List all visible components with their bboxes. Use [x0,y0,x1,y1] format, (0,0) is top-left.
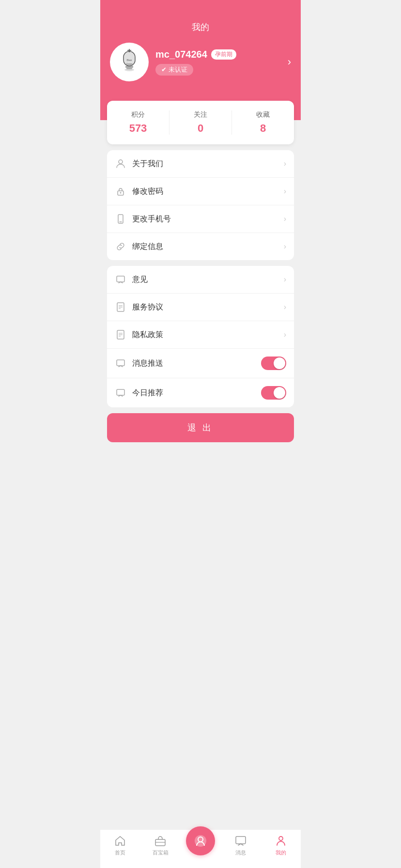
phone-label: 更改手机号 [132,214,284,224]
svg-text:Bee: Bee [127,58,132,62]
svg-point-9 [119,160,123,164]
menu-item-service[interactable]: 服务协议 › [107,294,294,321]
profile-info: mc_074264 孕前期 ✔ 未认证 [155,49,277,76]
stat-points[interactable]: 积分 573 [107,110,169,135]
page-title: 我的 [110,21,291,33]
phone-icon [115,213,126,225]
menu-section-2: 意见 › 服务协议 › 隐私政策 › [107,266,294,407]
feedback-label: 意见 [132,275,284,285]
stat-favorites-label: 收藏 [232,110,294,119]
notification-toggle-knob [274,357,285,369]
stat-following-value: 0 [170,122,231,135]
stat-points-label: 积分 [107,110,169,119]
svg-rect-14 [117,276,124,282]
menu-item-password[interactable]: 修改密码 › [107,178,294,205]
logout-button[interactable]: 退 出 [107,413,294,442]
password-label: 修改密码 [132,186,284,197]
recommend-label: 今日推荐 [132,388,261,398]
privacy-chevron-icon: › [284,330,286,339]
stat-points-value: 573 [107,122,169,135]
password-chevron-icon: › [284,187,286,196]
menu-section-1: 关于我们 › 修改密码 › 更改手机号 › 绑 [107,150,294,260]
privacy-doc-icon [115,329,126,341]
menu-item-about[interactable]: 关于我们 › [107,150,294,178]
verify-badge: ✔ 未认证 [155,64,193,76]
svg-text:Quiet: Quiet [126,62,133,65]
menu-item-notification[interactable]: 消息推送 [107,349,294,378]
svg-point-8 [124,68,134,71]
stat-favorites-value: 8 [232,122,294,135]
bind-label: 绑定信息 [132,242,284,252]
about-label: 关于我们 [132,159,284,169]
stat-favorites[interactable]: 收藏 8 [231,110,294,135]
person-icon [115,158,126,170]
menu-item-phone[interactable]: 更改手机号 › [107,205,294,233]
svg-rect-6 [125,66,133,68]
lock-icon [115,186,126,197]
service-chevron-icon: › [284,303,286,311]
profile-section[interactable]: Bee Quiet mc_074264 孕前期 ✔ 未认证 [110,43,291,81]
phone-chevron-icon: › [284,215,286,223]
feedback-chevron-icon: › [284,275,286,284]
bind-chevron-icon: › [284,242,286,251]
about-chevron-icon: › [284,159,286,168]
recommend-icon [115,387,126,399]
svg-point-11 [120,192,122,194]
profile-username: mc_074264 [155,49,207,60]
menu-item-bind[interactable]: 绑定信息 › [107,233,294,260]
notification-toggle[interactable] [261,356,286,370]
stats-card: 积分 573 关注 0 收藏 8 [107,101,294,144]
menu-item-privacy[interactable]: 隐私政策 › [107,321,294,349]
stat-following[interactable]: 关注 0 [169,110,231,135]
service-doc-icon [115,301,126,313]
notification-icon [115,357,126,369]
avatar[interactable]: Bee Quiet [110,43,149,81]
svg-rect-23 [117,360,124,366]
stat-following-label: 关注 [170,110,231,119]
privacy-label: 隐私政策 [132,330,284,340]
notification-label: 消息推送 [132,358,261,369]
profile-chevron-icon[interactable]: › [284,56,291,68]
feedback-icon [115,274,126,285]
recommend-toggle[interactable] [261,386,286,400]
profile-tag: 孕前期 [211,49,236,60]
svg-rect-24 [117,389,124,395]
link-icon [115,241,126,252]
menu-item-feedback[interactable]: 意见 › [107,266,294,294]
verify-icon: ✔ [161,66,167,73]
menu-item-recommend[interactable]: 今日推荐 [107,378,294,407]
service-label: 服务协议 [132,302,284,312]
recommend-toggle-knob [274,387,285,399]
